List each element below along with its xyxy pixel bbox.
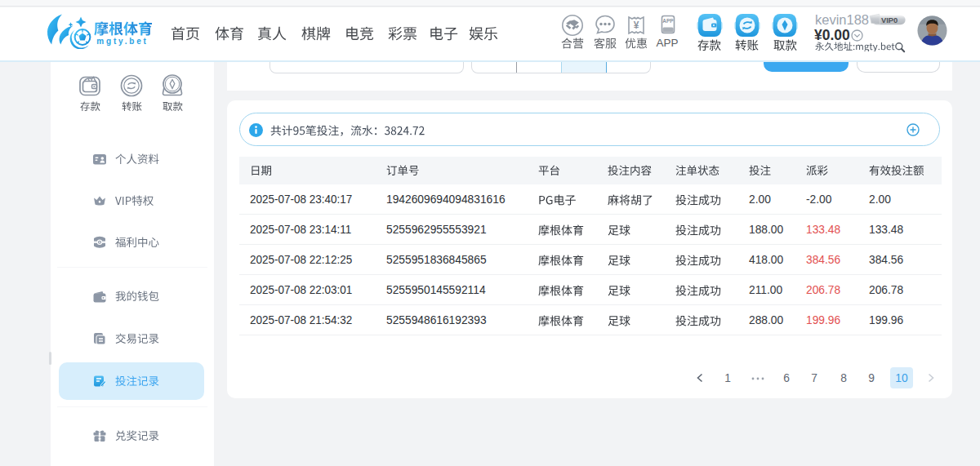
svg-text:APP: APP bbox=[662, 18, 674, 24]
svg-text:¥: ¥ bbox=[634, 20, 639, 31]
svg-text:VIP0: VIP0 bbox=[881, 16, 898, 24]
